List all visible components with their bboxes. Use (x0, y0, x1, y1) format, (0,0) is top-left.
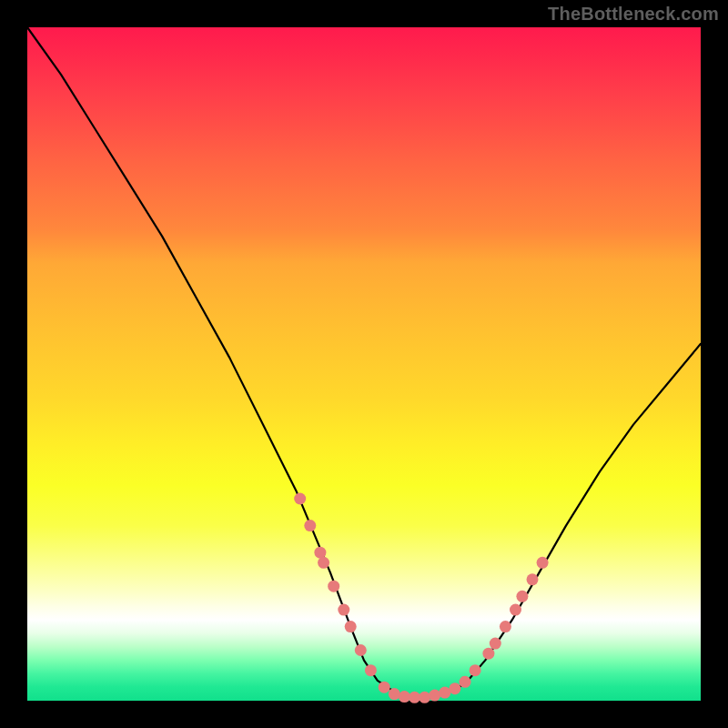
curve-marker (355, 644, 367, 656)
bottleneck-curve (27, 27, 701, 697)
curve-marker (294, 493, 306, 505)
curve-marker (429, 690, 440, 702)
curve-marker (399, 691, 410, 703)
curve-marker (460, 676, 471, 688)
curve-marker (365, 664, 377, 676)
curve-marker (314, 547, 326, 559)
curve-marker (338, 604, 349, 616)
curve-marker (439, 687, 450, 699)
curve-marker (379, 682, 390, 693)
curve-marker (500, 621, 511, 632)
brand-watermark: TheBottleneck.com (548, 4, 719, 25)
curve-marker (510, 604, 521, 616)
curve-layer (27, 27, 701, 701)
curve-marker (328, 581, 339, 592)
curve-marker (537, 557, 549, 569)
curve-marker (470, 664, 481, 676)
curve-marker (318, 557, 329, 569)
curve-marker (389, 688, 400, 700)
curve-marker (527, 573, 539, 585)
curve-marker (516, 591, 528, 602)
curve-marker (449, 682, 460, 694)
curve-markers (294, 493, 548, 703)
curve-marker (345, 621, 357, 632)
curve-marker (419, 692, 430, 703)
curve-marker (490, 638, 501, 650)
curve-marker (304, 520, 316, 531)
curve-marker (482, 648, 494, 660)
curve-marker (409, 692, 420, 703)
